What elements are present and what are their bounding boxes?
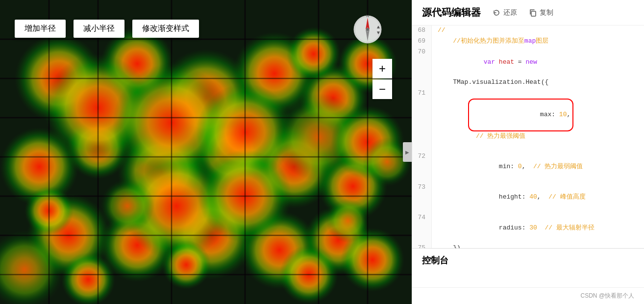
zoom-in-button[interactable]: +	[372, 59, 392, 78]
collapse-arrow-icon: ▶	[405, 150, 409, 155]
code-line-72: 72 min: 0, // 热力最弱阈值	[412, 152, 644, 182]
code-line-70b: TMap.visualization.Heat({	[412, 77, 644, 88]
zoom-out-button[interactable]: −	[372, 79, 392, 99]
revert-icon	[493, 9, 500, 17]
code-line-69: 69 //初始化热力图并添加至map图层	[412, 36, 644, 47]
svg-text:▲: ▲	[376, 24, 381, 29]
console-section: 控制台	[412, 248, 644, 287]
console-title: 控制台	[422, 255, 448, 265]
svg-text:▼: ▼	[376, 30, 381, 35]
map-area: 增加半径 减小半径 修改渐变样式 N ▲ ▼ + − ▶	[0, 0, 412, 304]
change-gradient-button[interactable]: 修改渐变样式	[132, 20, 199, 38]
svg-text:N: N	[366, 15, 369, 18]
credit-text: CSDN @快看那个人	[580, 292, 634, 299]
code-area: 源代码编辑器 还原 复制 68 // 69 //初始化热力图并添加至map图层	[412, 0, 644, 304]
code-line-70a: 70 var heat = new	[412, 47, 644, 77]
editor-title: 源代码编辑器	[422, 6, 481, 19]
code-editor: 68 // 69 //初始化热力图并添加至map图层 70 var heat =…	[412, 25, 644, 248]
map-buttons: 增加半径 减小半径 修改渐变样式	[15, 20, 199, 38]
svg-point-4	[366, 28, 369, 31]
code-line-71: 71 max: 10, // 热力最强阈值	[412, 88, 644, 152]
code-line-74: 74 radius: 30 // 最大辐射半径	[412, 213, 644, 243]
revert-label: 还原	[503, 8, 517, 17]
copy-icon	[529, 9, 537, 17]
svg-rect-8	[531, 11, 536, 16]
zoom-controls: + −	[372, 59, 392, 99]
collapse-button[interactable]: ▶	[403, 142, 412, 162]
decrease-radius-button[interactable]: 减小半径	[74, 20, 124, 38]
copy-label: 复制	[540, 8, 553, 17]
code-line-68: 68 //	[412, 25, 644, 36]
revert-action[interactable]: 还原	[493, 8, 517, 17]
increase-radius-button[interactable]: 增加半径	[15, 20, 66, 38]
heatmap-canvas	[0, 0, 412, 304]
editor-footer: CSDN @快看那个人	[412, 287, 644, 304]
compass[interactable]: N ▲ ▼	[353, 15, 382, 44]
copy-action[interactable]: 复制	[529, 8, 553, 17]
code-line-73: 73 height: 40, // 峰值高度	[412, 182, 644, 213]
code-line-75: 75 })	[412, 243, 644, 248]
editor-header: 源代码编辑器 还原 复制	[412, 0, 644, 25]
